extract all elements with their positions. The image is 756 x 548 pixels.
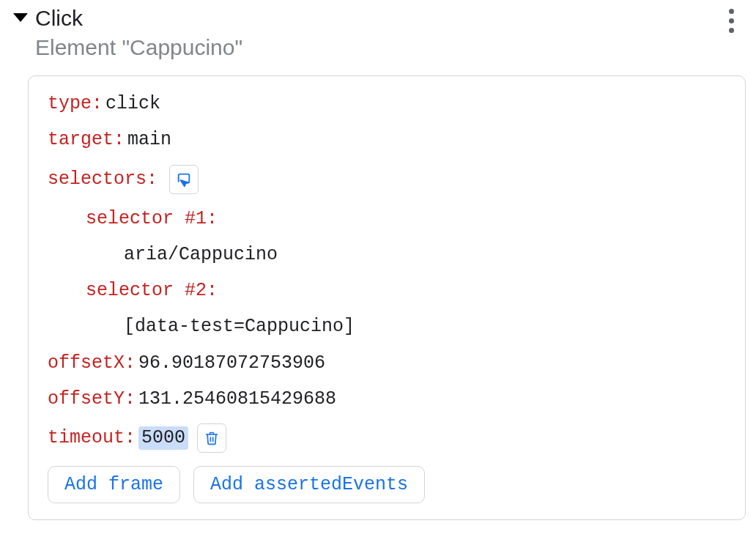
selector-1[interactable]: selector #1:	[86, 207, 726, 230]
prop-value: [data-test=Cappucino]	[124, 315, 355, 338]
kebab-dot-icon	[729, 9, 734, 14]
prop-key: selectors	[48, 168, 147, 190]
selector-2-value[interactable]: [data-test=Cappucino]	[124, 315, 726, 338]
prop-timeout[interactable]: timeout: 5000	[48, 423, 726, 453]
prop-key: selector #2	[86, 279, 207, 302]
prop-key: selector #1	[86, 207, 207, 230]
prop-key: target	[48, 128, 114, 151]
step-header: Click Element "Cappucino"	[10, 4, 746, 61]
prop-value: main	[127, 128, 171, 151]
prop-value: 131.25460815429688	[138, 388, 336, 410]
prop-key: timeout	[48, 426, 125, 449]
delete-timeout-button[interactable]	[197, 423, 226, 453]
add-frame-button[interactable]: Add frame	[48, 466, 180, 503]
prop-key: offsetX	[48, 352, 125, 374]
prop-type[interactable]: type: click	[48, 92, 726, 115]
selector-2[interactable]: selector #2:	[86, 279, 726, 302]
prop-key: offsetY	[48, 388, 125, 410]
kebab-dot-icon	[729, 28, 734, 33]
prop-value[interactable]: 5000	[138, 426, 188, 449]
trash-icon	[204, 431, 219, 445]
prop-offsetx[interactable]: offsetX: 96.90187072753906	[48, 352, 726, 374]
step-subtitle: Element "Cappucino"	[35, 34, 242, 62]
prop-value: aria/Cappucino	[124, 243, 278, 266]
prop-value: click	[105, 92, 160, 115]
prop-offsety[interactable]: offsetY: 131.25460815429688	[48, 388, 726, 410]
prop-value: 96.90187072753906	[138, 352, 325, 374]
more-options-button[interactable]	[716, 4, 746, 33]
prop-target[interactable]: target: main	[48, 128, 726, 151]
kebab-dot-icon	[729, 18, 734, 23]
select-element-button[interactable]	[169, 165, 199, 194]
add-asserted-events-button[interactable]: Add assertedEvents	[193, 466, 425, 503]
step-title: Click	[35, 4, 242, 32]
selector-1-value[interactable]: aria/Cappucino	[124, 243, 726, 266]
prop-selectors[interactable]: selectors:	[48, 165, 726, 194]
prop-key: type	[48, 92, 92, 115]
step-details-panel: type: click target: main selectors: sele…	[28, 75, 746, 520]
collapse-caret-icon[interactable]	[13, 13, 28, 22]
select-element-icon	[176, 171, 192, 188]
